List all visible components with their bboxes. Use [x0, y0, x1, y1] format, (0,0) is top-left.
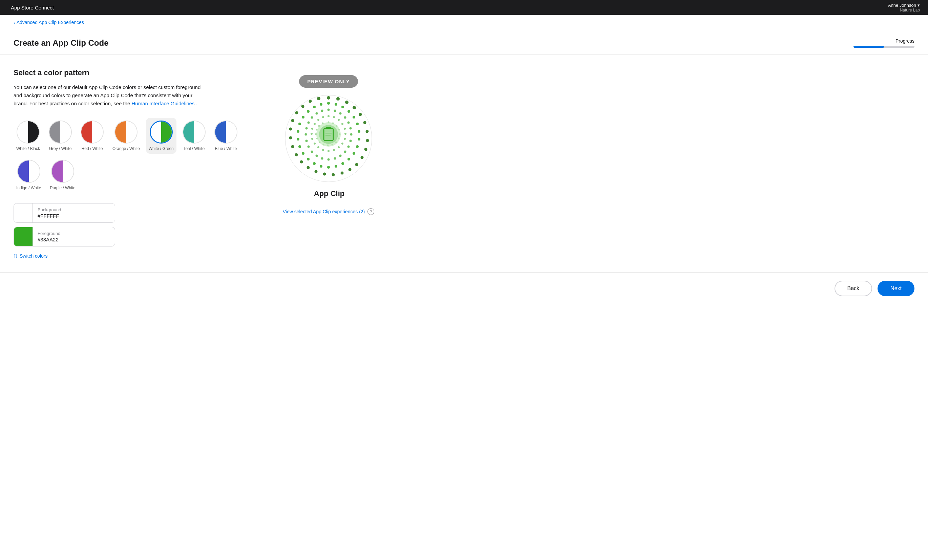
color-option-orange-white[interactable]: Orange / White	[110, 118, 143, 154]
svg-point-45	[302, 152, 304, 155]
half-right	[161, 122, 172, 142]
svg-point-7	[365, 130, 368, 133]
svg-point-59	[349, 127, 351, 130]
hig-link[interactable]: Human Interface Guidelines	[132, 101, 196, 106]
color-circle-purple-white	[51, 160, 74, 183]
username-display: Anne Johnson ▾	[888, 3, 920, 8]
color-label-grey-white: Grey / White	[49, 146, 72, 151]
svg-point-74	[307, 122, 310, 124]
svg-point-34	[358, 130, 360, 133]
color-option-blue-white[interactable]: Blue / White	[212, 118, 240, 154]
right-panel: PREVIEW ONLY	[264, 69, 393, 259]
svg-point-43	[313, 162, 316, 165]
progress-area: Progress	[847, 38, 914, 48]
svg-point-70	[307, 146, 310, 148]
svg-point-49	[298, 122, 301, 125]
brand-logo: App Store Connect	[8, 5, 54, 11]
svg-point-16	[314, 170, 317, 173]
svg-point-86	[338, 146, 340, 148]
svg-point-50	[302, 116, 304, 119]
top-nav: App Store Connect Anne Johnson ▾ Nature …	[0, 0, 928, 15]
color-circle-grey-white	[49, 121, 72, 143]
progress-bar-track	[853, 46, 914, 48]
help-icon[interactable]: ?	[368, 208, 374, 215]
progress-bar-fill	[853, 46, 884, 48]
color-circle-teal-white	[183, 121, 206, 143]
svg-point-31	[348, 110, 350, 113]
svg-point-76	[315, 112, 318, 115]
svg-point-30	[341, 105, 344, 108]
color-label-white-green: White / Green	[149, 146, 174, 151]
switch-colors-button[interactable]: ⇅ Switch colors	[14, 253, 47, 259]
half-left	[52, 160, 63, 182]
foreground-input-row[interactable]: Foreground	[14, 227, 115, 246]
svg-point-80	[338, 119, 340, 121]
svg-point-97	[322, 116, 324, 118]
svg-rect-117	[325, 127, 331, 129]
user-menu[interactable]: Anne Johnson ▾ Nature Lab	[888, 3, 920, 12]
svg-point-6	[363, 121, 366, 124]
page-container: ‹ Advanced App Clip Experiences Create a…	[0, 15, 928, 560]
view-experiences[interactable]: View selected App Clip experiences (2) ?	[283, 208, 375, 215]
svg-point-19	[295, 153, 298, 156]
team-name: Nature Lab	[888, 8, 920, 12]
svg-point-24	[295, 111, 298, 114]
svg-point-41	[327, 166, 330, 169]
svg-point-64	[339, 155, 341, 157]
breadcrumb-link[interactable]: ‹ Advanced App Clip Experiences	[14, 20, 914, 25]
color-option-grey-white[interactable]: Grey / White	[46, 118, 75, 154]
svg-point-2	[336, 97, 340, 101]
color-label-blue-white: Blue / White	[215, 146, 237, 151]
color-option-white-black[interactable]: White / Black	[14, 118, 43, 154]
svg-point-14	[331, 173, 334, 176]
breadcrumb-bar: ‹ Advanced App Clip Experiences	[0, 15, 928, 30]
half-right	[60, 121, 71, 143]
svg-point-17	[307, 166, 310, 169]
svg-point-53	[320, 103, 322, 105]
view-experiences-link[interactable]: View selected App Clip experiences (2)	[283, 209, 365, 214]
background-swatch	[14, 203, 33, 223]
foreground-label: Foreground	[38, 231, 110, 236]
svg-point-63	[344, 151, 346, 153]
svg-point-48	[297, 130, 299, 133]
next-button[interactable]: Next	[878, 281, 914, 296]
svg-point-68	[315, 155, 318, 157]
svg-point-33	[356, 122, 359, 125]
color-label-orange-white: Orange / White	[113, 146, 140, 151]
svg-point-38	[348, 158, 350, 160]
svg-point-61	[349, 140, 351, 142]
svg-point-15	[323, 173, 326, 176]
svg-point-54	[327, 109, 330, 111]
color-circle-indigo-white	[17, 160, 40, 183]
svg-point-73	[305, 127, 308, 130]
description: You can select one of our default App Cl…	[14, 83, 203, 108]
svg-point-55	[334, 110, 336, 112]
half-left	[18, 160, 29, 182]
color-option-white-green[interactable]: White / Green	[146, 118, 177, 154]
app-clip-code	[284, 95, 372, 183]
svg-point-25	[301, 105, 304, 108]
half-left	[49, 121, 60, 143]
half-left	[215, 121, 226, 143]
svg-point-60	[350, 133, 352, 136]
svg-point-26	[308, 100, 311, 103]
svg-point-96	[317, 119, 319, 121]
color-option-indigo-white[interactable]: Indigo / White	[14, 157, 44, 193]
svg-point-67	[321, 157, 323, 160]
color-label-white-black: White / Black	[16, 146, 40, 151]
color-option-teal-white[interactable]: Teal / White	[180, 118, 208, 154]
back-button[interactable]: Back	[835, 281, 873, 296]
background-value[interactable]	[38, 213, 110, 219]
half-right	[28, 121, 39, 143]
foreground-value[interactable]	[38, 237, 110, 243]
color-option-purple-white[interactable]: Purple / White	[47, 157, 78, 193]
page-footer: Back Next	[0, 272, 928, 304]
color-option-red-white[interactable]: Red / White	[78, 118, 106, 154]
color-circle-orange-white	[114, 121, 137, 143]
half-right	[194, 121, 205, 143]
background-input-info: Background	[33, 204, 115, 221]
background-input-row[interactable]: Background	[14, 203, 115, 223]
svg-point-90	[317, 146, 319, 148]
svg-point-72	[304, 133, 307, 136]
svg-point-92	[311, 138, 313, 140]
